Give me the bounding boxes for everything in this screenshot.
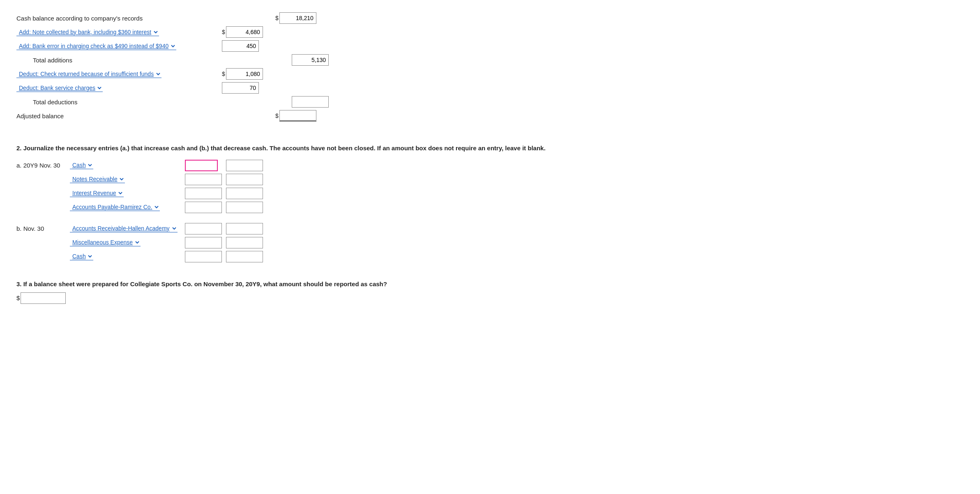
entry-a-row1: a. 20Y9 Nov. 30 Cash bbox=[16, 160, 964, 171]
entry-b-credit1-input[interactable] bbox=[226, 223, 263, 234]
entry-a-credit1-input[interactable] bbox=[226, 160, 263, 171]
entry-b-credit3-input[interactable] bbox=[226, 251, 263, 262]
deduct2-select[interactable]: Deduct: Bank service charges bbox=[16, 84, 103, 92]
entry-b-date: b. Nov. 30 bbox=[16, 225, 44, 232]
entry-a-account3-select[interactable]: Interest Revenue bbox=[70, 189, 124, 197]
journal-entries-section: 2. Journalize the necessary entries (a.)… bbox=[16, 144, 964, 262]
add1-row: Add: Note collected by bank, including $… bbox=[16, 26, 964, 38]
deduct2-row: Deduct: Bank service charges bbox=[16, 82, 964, 94]
entry-a-date: a. 20Y9 Nov. 30 bbox=[16, 162, 60, 169]
deduct1-row: Deduct: Check returned because of insuff… bbox=[16, 68, 964, 80]
q3-dollar: $ bbox=[16, 294, 20, 301]
add2-row: Add: Bank error in charging check as $49… bbox=[16, 40, 964, 52]
total-additions-label: Total additions bbox=[33, 57, 72, 64]
deduct1-dollar: $ bbox=[222, 71, 225, 77]
entry-a-debit3-input[interactable] bbox=[185, 188, 222, 199]
total-deductions-label: Total deductions bbox=[33, 99, 77, 106]
add2-select[interactable]: Add: Bank error in charging check as $49… bbox=[16, 42, 176, 50]
bank-reconciliation-section: Cash balance according to company's reco… bbox=[16, 12, 964, 122]
entry-b-row2: Miscellaneous Expense bbox=[16, 237, 964, 248]
entry-b-account2-select[interactable]: Miscellaneous Expense bbox=[70, 239, 141, 246]
entry-b: b. Nov. 30 Accounts Receivable-Hallen Ac… bbox=[16, 223, 964, 262]
entry-a-row3: Interest Revenue bbox=[16, 188, 964, 199]
deduct2-input[interactable] bbox=[222, 82, 259, 94]
entry-b-debit1-input[interactable] bbox=[185, 223, 222, 234]
entry-a-account2-select[interactable]: Notes Receivable bbox=[70, 175, 125, 183]
cash-balance-input[interactable] bbox=[279, 12, 316, 24]
entry-b-row1: b. Nov. 30 Accounts Receivable-Hallen Ac… bbox=[16, 223, 964, 234]
total-additions-row: Total additions bbox=[16, 54, 964, 66]
adjusted-balance-row: Adjusted balance $ bbox=[16, 110, 964, 122]
entry-a-account4-select[interactable]: Accounts Payable-Ramirez Co. bbox=[70, 203, 160, 211]
entry-b-debit2-input[interactable] bbox=[185, 237, 222, 248]
entry-a-debit1-input[interactable] bbox=[185, 160, 218, 171]
cash-balance-dollar: $ bbox=[275, 15, 279, 21]
entry-a-credit3-input[interactable] bbox=[226, 188, 263, 199]
entry-a-credit2-input[interactable] bbox=[226, 174, 263, 185]
add2-input[interactable] bbox=[222, 40, 259, 52]
entry-a-credit4-input[interactable] bbox=[226, 202, 263, 213]
adjusted-balance-input[interactable] bbox=[279, 110, 316, 122]
deduct1-select[interactable]: Deduct: Check returned because of insuff… bbox=[16, 70, 161, 78]
q3-cash-input[interactable] bbox=[21, 292, 66, 304]
entry-a-debit4-input[interactable] bbox=[185, 202, 222, 213]
q3-input-row: $ bbox=[16, 292, 964, 304]
balance-sheet-section: 3. If a balance sheet were prepared for … bbox=[16, 280, 964, 304]
entry-b-credit2-input[interactable] bbox=[226, 237, 263, 248]
entry-a: a. 20Y9 Nov. 30 Cash Notes Receivable bbox=[16, 160, 964, 213]
add1-dollar: $ bbox=[222, 29, 225, 35]
cash-balance-label: Cash balance according to company's reco… bbox=[16, 15, 143, 22]
entry-b-debit3-input[interactable] bbox=[185, 251, 222, 262]
total-deductions-input[interactable] bbox=[292, 96, 329, 108]
add1-select[interactable]: Add: Note collected by bank, including $… bbox=[16, 28, 159, 36]
add1-input[interactable] bbox=[226, 26, 263, 38]
cash-balance-row: Cash balance according to company's reco… bbox=[16, 12, 964, 24]
entry-b-account3-select[interactable]: Cash bbox=[70, 253, 93, 260]
entry-b-row3: Cash bbox=[16, 251, 964, 262]
adjusted-balance-label: Adjusted balance bbox=[16, 113, 64, 119]
entry-a-debit2-input[interactable] bbox=[185, 174, 222, 185]
entry-a-account1-select[interactable]: Cash bbox=[70, 161, 93, 169]
adjusted-balance-dollar: $ bbox=[275, 113, 279, 119]
deduct1-input[interactable] bbox=[226, 68, 263, 80]
question2-header: 2. Journalize the necessary entries (a.)… bbox=[16, 144, 964, 153]
question3-header: 3. If a balance sheet were prepared for … bbox=[16, 280, 964, 287]
total-deductions-row: Total deductions bbox=[16, 96, 964, 108]
total-additions-input[interactable] bbox=[292, 54, 329, 66]
entry-a-row4: Accounts Payable-Ramirez Co. bbox=[16, 202, 964, 213]
entry-a-row2: Notes Receivable bbox=[16, 174, 964, 185]
entry-b-account1-select[interactable]: Accounts Receivable-Hallen Academy bbox=[70, 225, 178, 232]
